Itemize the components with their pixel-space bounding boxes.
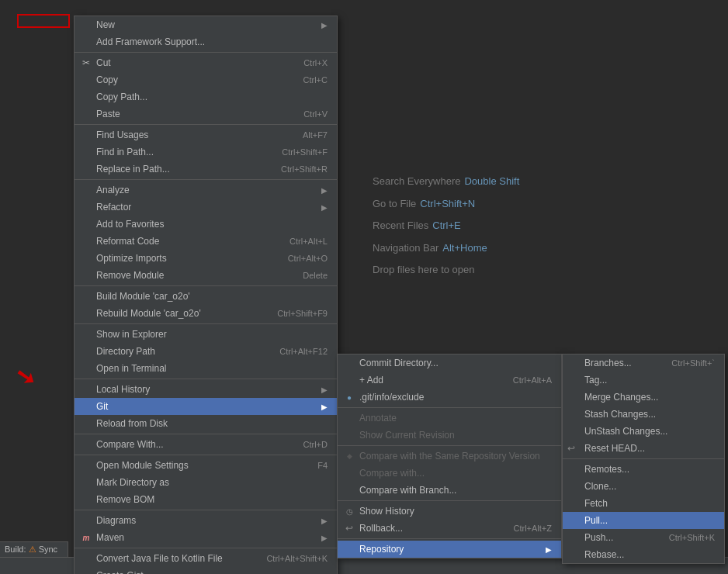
hint-search-everywhere: Search Everywhere Double Shift [373,171,519,193]
menu-item-label: Reload from Disk [96,418,328,429]
branches-submenu: Branches... Ctrl+Shift+` Tag... Merge Ch… [562,354,725,564]
arrow-icon: ▶ [321,403,328,411]
git-repository[interactable]: Repository ▶ [338,541,561,558]
context-menu: New ▶ Add Framework Support... ✂ Cut Ctr… [74,16,338,574]
menu-item-label: Find in Path... [96,147,266,157]
branch-rebase[interactable]: Rebase... [563,546,724,563]
git-show-current-revision[interactable]: Show Current Revision [338,427,561,444]
menu-item-local-history[interactable]: Local History ▶ [75,381,337,398]
menu-item-label: Rollback... [359,523,497,534]
menu-item-label: Stash Changes... [584,409,656,420]
branch-unstash-changes[interactable]: UnStash Changes... [563,423,724,440]
arrow-icon: ▶ [321,203,328,212]
shortcut-hint: Ctrl+Alt+L [289,237,328,246]
branch-pull[interactable]: Pull... [563,512,724,529]
menu-item-label: Directory Path [96,346,264,357]
menu-item-compare-with[interactable]: Compare With... Ctrl+D [75,436,337,453]
git-compare-with-branch[interactable]: Compare with Branch... [338,482,561,499]
shortcut-hint: Ctrl+D [303,440,328,449]
menu-item-build-module[interactable]: Build Module 'car_o2o' [75,288,337,305]
menu-item-open-module-settings[interactable]: Open Module Settings F4 [75,457,337,474]
menu-item-copy[interactable]: Copy Ctrl+C [75,71,337,88]
separator [75,323,337,324]
menu-item-create-gist[interactable]: ○ Create Gist... [75,567,337,574]
menu-item-label: Tag... [584,375,607,386]
shortcut-hint: Ctrl+Alt+Z [513,524,552,533]
menu-item-label: Pull... [584,515,608,526]
menu-item-rebuild-module[interactable]: Rebuild Module 'car_o2o' Ctrl+Shift+F9 [75,305,337,322]
hint-shortcut: Double Shift [464,171,519,193]
menu-item-label: Branches... [584,358,632,368]
menu-item-convert-java[interactable]: Convert Java File to Kotlin File Ctrl+Al… [75,550,337,567]
branch-branches[interactable]: Branches... Ctrl+Shift+` [563,354,724,372]
hint-shortcut: Alt+Home [442,237,487,260]
branch-merge-changes[interactable]: Merge Changes... [563,389,724,406]
menu-item-reload-from-disk[interactable]: Reload from Disk [75,415,337,432]
hint-label: Go to File [373,193,416,216]
branch-remotes[interactable]: Remotes... [563,461,724,478]
branch-reset-head[interactable]: ↩ Reset HEAD... [563,440,724,457]
menu-item-new[interactable]: New ▶ [75,16,337,33]
menu-item-add-to-favorites[interactable]: Add to Favorites [75,216,337,233]
shortcut-hint: Ctrl+Shift+R [281,164,328,174]
menu-item-show-in-explorer[interactable]: Show in Explorer [75,326,337,343]
menu-item-label: Show History [359,506,552,517]
menu-item-find-usages[interactable]: Find Usages Alt+F7 [75,126,337,144]
menu-item-label: Diagrams [96,515,317,526]
menu-item-label: Optimize Imports [96,253,272,264]
gist-icon: ○ [79,570,93,574]
arrow-icon: ▶ [321,386,328,394]
hint-drop-files: Drop files here to open [373,259,519,282]
menu-item-label: Fetch [584,498,608,509]
menu-item-cut[interactable]: ✂ Cut Ctrl+X [75,54,337,71]
menu-item-find-in-path[interactable]: Find in Path... Ctrl+Shift+F [75,144,337,161]
menu-item-label: Rebuild Module 'car_o2o' [96,308,262,319]
menu-item-maven[interactable]: m Maven ▶ [75,529,337,546]
search-hints-panel: Search Everywhere Double Shift Go to Fil… [373,171,519,282]
git-commit-dir[interactable]: Commit Directory... [338,354,561,372]
menu-item-copy-path[interactable]: Copy Path... [75,88,337,105]
separator [75,548,337,548]
menu-item-remove-module[interactable]: Remove Module Delete [75,267,337,284]
menu-item-directory-path[interactable]: Directory Path Ctrl+Alt+F12 [75,343,337,360]
branch-clone[interactable]: Clone... [563,478,724,495]
menu-item-label: Remove Module [96,270,287,281]
menu-item-label: Convert Java File to Kotlin File [96,553,251,564]
menu-item-reformat-code[interactable]: Reformat Code Ctrl+Alt+L [75,233,337,250]
menu-item-label: New [96,19,317,30]
branch-stash-changes[interactable]: Stash Changes... [563,406,724,423]
menu-item-analyze[interactable]: Analyze ▶ [75,182,337,199]
menu-item-optimize-imports[interactable]: Optimize Imports Ctrl+Alt+O [75,250,337,267]
separator [75,124,337,125]
branch-fetch[interactable]: Fetch [563,495,724,512]
git-annotate[interactable]: Annotate [338,410,561,427]
menu-item-label: Commit Directory... [359,358,552,368]
menu-item-paste[interactable]: Paste Ctrl+V [75,105,337,123]
shortcut-hint: Ctrl+X [303,58,328,67]
menu-item-mark-directory[interactable]: Mark Directory as [75,474,337,491]
shortcut-hint: Alt+F7 [303,130,328,140]
branch-push[interactable]: Push... Ctrl+Shift+K [563,529,724,546]
git-compare-same-repo[interactable]: ◆ Compare with the Same Repository Versi… [338,448,561,465]
build-panel: Build: ⚠ Sync [0,541,68,557]
gitinfo-icon: ● [342,393,356,402]
menu-item-replace-in-path[interactable]: Replace in Path... Ctrl+Shift+R [75,161,337,178]
git-compare-with[interactable]: Compare with... [338,465,561,482]
menu-item-diagrams[interactable]: Diagrams ▶ [75,512,337,529]
menu-item-label: Compare with Branch... [359,485,552,496]
menu-item-add-framework[interactable]: Add Framework Support... [75,33,337,50]
menu-item-open-in-terminal[interactable]: Open in Terminal [75,360,337,377]
git-gitinfo[interactable]: ● .git/info/exclude [338,389,561,406]
branch-tag[interactable]: Tag... [563,372,724,389]
git-add[interactable]: + Add Ctrl+Alt+A [338,372,561,389]
git-show-history[interactable]: ◷ Show History [338,503,561,520]
menu-item-remove-bom[interactable]: Remove BOM [75,491,337,508]
separator [338,445,561,446]
menu-item-git[interactable]: Git ▶ [75,398,337,415]
menu-item-refactor[interactable]: Refactor ▶ [75,199,337,216]
menu-item-label: Reset HEAD... [584,443,645,454]
menu-item-label: Create Gist... [96,570,328,574]
shortcut-hint: Ctrl+Shift+K [669,533,715,542]
git-rollback[interactable]: ↩ Rollback... Ctrl+Alt+Z [338,520,561,537]
hint-goto-file: Go to File Ctrl+Shift+N [373,193,519,216]
